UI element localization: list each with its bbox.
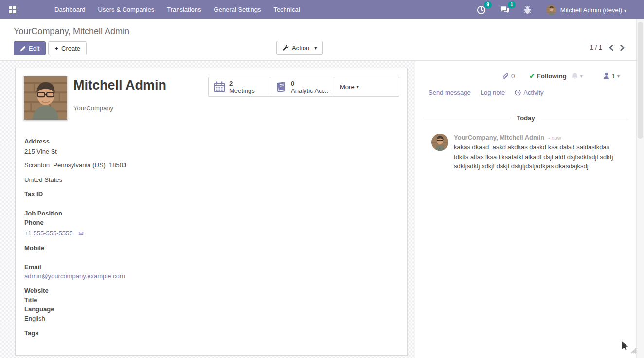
wrench-icon: [283, 45, 289, 51]
chevron-down-icon: ▾: [357, 84, 359, 90]
message-count-badge: 1: [508, 1, 516, 8]
following-button[interactable]: ✔ Following: [529, 72, 567, 80]
more-dropdown-button[interactable]: More ▾: [334, 77, 399, 96]
subscription-dropdown-button[interactable]: ▾: [572, 72, 583, 80]
chatter-panel: 0 ✔ Following ▾ 1 ▾ Send message: [415, 61, 636, 358]
activity-clock-icon: [515, 90, 521, 96]
bell-icon: [572, 72, 578, 80]
control-panel: YourCompany, Mitchell Admin Edit + Creat…: [0, 19, 644, 61]
message-author-avatar: [431, 134, 448, 151]
pencil-icon: [20, 46, 26, 52]
menu-dashboard[interactable]: Dashboard: [48, 0, 92, 19]
pager-next-button[interactable]: [620, 45, 625, 51]
contact-photo: [23, 76, 68, 120]
page-title: Mitchell Admin: [73, 78, 166, 93]
chevron-down-icon: ▾: [314, 45, 317, 51]
tags-label: Tags: [24, 328, 399, 338]
odoo-settings-contact-page: Dashboard Users & Companies Translations…: [0, 0, 644, 358]
chatter-message: YourCompany, Mitchell Admin - now kakas …: [415, 134, 636, 171]
stat-button-box: 2Meetings 0Analytic Acc... More ▾: [208, 77, 399, 97]
title-label: Title: [24, 295, 399, 304]
book-icon: [275, 81, 287, 93]
job-position-label: Job Position: [24, 209, 399, 218]
attachments-button[interactable]: 0: [502, 72, 515, 80]
debug-systray-button[interactable]: [523, 6, 532, 14]
plus-icon: +: [54, 45, 58, 52]
city-state-zip-value: Scranton Pennsylvania (US) 18503: [24, 161, 399, 170]
resize-grip-icon[interactable]: [629, 346, 637, 354]
tax-id-label: Tax ID: [24, 189, 399, 198]
form-view-background: Mitchell Admin YourCompany 2Meetings: [0, 61, 415, 358]
top-navbar: Dashboard Users & Companies Translations…: [0, 0, 644, 19]
address-label: Address: [24, 137, 399, 146]
chevron-down-icon: ▾: [624, 8, 626, 13]
edit-button[interactable]: Edit: [14, 41, 46, 55]
street-value: 215 Vine St: [24, 147, 399, 156]
country-value: United States: [24, 175, 399, 184]
scrollbar-thumb[interactable]: [638, 22, 643, 139]
mobile-label: Mobile: [24, 243, 399, 252]
menu-general-settings[interactable]: General Settings: [208, 0, 268, 19]
menu-translations[interactable]: Translations: [161, 0, 207, 19]
meetings-stat-button[interactable]: 2Meetings: [209, 77, 270, 96]
vertical-scrollbar[interactable]: [636, 19, 644, 358]
phone-label: Phone: [24, 218, 399, 227]
phone-link[interactable]: +1 555-555-5555: [24, 230, 72, 237]
email-label: Email: [24, 262, 399, 271]
check-icon: ✔: [529, 72, 535, 80]
paperclip-icon: [502, 72, 509, 80]
apps-menu-icon[interactable]: [9, 6, 16, 13]
menu-technical[interactable]: Technical: [267, 0, 306, 19]
website-label: Website: [24, 286, 399, 295]
message-timestamp: - now: [548, 135, 561, 141]
chevron-down-icon: ▾: [617, 73, 620, 79]
create-button[interactable]: + Create: [48, 41, 87, 55]
log-note-button[interactable]: Log note: [481, 89, 505, 96]
main-menu-bar: Dashboard Users & Companies Translations…: [48, 0, 306, 19]
user-menu-button[interactable]: Mitchell Admin (devel)▾: [560, 6, 626, 14]
language-label: Language: [24, 304, 399, 314]
language-value: English: [24, 314, 399, 323]
contact-fields: Address 215 Vine St Scranton Pennsylvani…: [23, 137, 399, 338]
chevron-down-icon: ▾: [580, 73, 583, 79]
email-link[interactable]: admin@yourcompany.example.com: [24, 272, 125, 280]
message-text: kakas dkasd askd akdkas daskd ksa dalsd …: [454, 143, 620, 171]
send-message-button[interactable]: Send message: [429, 89, 471, 96]
user-avatar: [546, 5, 556, 15]
pager-previous-button[interactable]: [609, 45, 613, 51]
followers-dropdown-button[interactable]: 1 ▾: [603, 72, 620, 80]
breadcrumb: YourCompany, Mitchell Admin: [14, 26, 129, 36]
company-name: YourCompany: [73, 105, 166, 112]
calendar-icon: [214, 81, 225, 93]
message-author[interactable]: YourCompany, Mitchell Admin: [454, 134, 544, 141]
sms-envelope-icon[interactable]: ✉: [78, 230, 84, 237]
action-dropdown-button[interactable]: Action ▾: [276, 41, 323, 55]
activity-systray-button[interactable]: 9: [477, 5, 486, 15]
date-separator: Today: [415, 114, 636, 122]
schedule-activity-button[interactable]: Activity: [515, 89, 543, 96]
form-sheet: Mitchell Admin YourCompany 2Meetings: [15, 68, 408, 356]
pager: 1 / 1: [590, 44, 625, 51]
analytic-accounts-stat-button[interactable]: 0Analytic Acc...: [270, 77, 334, 96]
messages-systray-button[interactable]: 1: [500, 5, 510, 14]
pager-value: 1 / 1: [590, 44, 602, 51]
follower-person-icon: [603, 72, 609, 79]
menu-users-companies[interactable]: Users & Companies: [92, 0, 161, 19]
bug-icon: [523, 6, 532, 14]
activity-count-badge: 9: [484, 1, 492, 8]
